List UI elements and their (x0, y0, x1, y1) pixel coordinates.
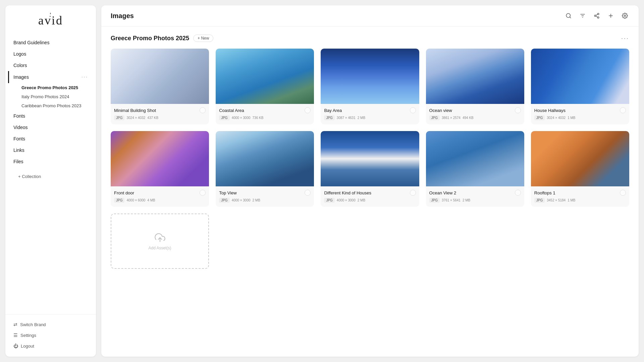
image-card-5[interactable]: House Hallways JPG 3024 × 4032 1 MB (531, 49, 629, 124)
image-size: 2 MB (463, 198, 470, 202)
card-meta: JPG 4000 × 3000 736 KB (219, 115, 311, 120)
image-card-6[interactable]: Front door JPG 4000 × 6000 4 MB (111, 131, 209, 207)
image-dimensions: 3861 × 2574 (442, 116, 461, 120)
image-select-checkbox[interactable] (410, 107, 416, 113)
add-button[interactable] (606, 11, 615, 20)
sidebar-item-logos[interactable]: Logos (8, 48, 93, 60)
image-card-1[interactable]: Minimal Building Shot JPG 3024 × 4032 43… (111, 49, 209, 124)
filter-button[interactable] (578, 11, 587, 20)
card-meta: JPG 3087 × 4631 2 MB (324, 115, 416, 120)
image-dimensions: 4000 × 3000 (337, 198, 356, 202)
image-size: 2 MB (358, 116, 365, 120)
card-title-row: Ocean View 2 (429, 190, 521, 196)
image-card-4[interactable]: Ocean view JPG 3861 × 2574 494 KB (426, 49, 524, 124)
share-icon (594, 13, 600, 19)
image-select-checkbox[interactable] (620, 190, 626, 196)
image-title: Different Kind of Houses (324, 190, 410, 195)
card-meta: JPG 3024 × 4032 1 MB (534, 115, 626, 120)
sidebar-item-greece[interactable]: Greece Promo Photos 2025 (16, 83, 93, 92)
card-title-row: Different Kind of Houses (324, 190, 416, 196)
image-title: House Hallways (534, 108, 620, 113)
switch-brand-icon: ⇄ (13, 322, 17, 327)
card-meta: JPG 3861 × 2574 494 KB (429, 115, 521, 120)
image-select-checkbox[interactable] (200, 107, 206, 113)
image-card-10[interactable]: Rooftops 1 JPG 3452 × 5184 1 MB (531, 131, 629, 207)
image-thumbnail (111, 49, 209, 104)
image-title: Minimal Building Shot (114, 108, 200, 113)
image-format-badge: JPG (114, 115, 124, 120)
share-button[interactable] (592, 11, 601, 20)
upload-placeholder[interactable]: Add Asset(s) (111, 214, 209, 269)
card-title-row: Rooftops 1 (534, 190, 626, 196)
image-title: Rooftops 1 (534, 190, 620, 195)
card-title-row: Coastal Area (219, 107, 311, 113)
image-size: 437 KB (147, 116, 158, 120)
image-select-checkbox[interactable] (620, 107, 626, 113)
images-more-icon[interactable]: ··· (82, 74, 88, 80)
image-select-checkbox[interactable] (410, 190, 416, 196)
image-title: Bay Area (324, 108, 410, 113)
switch-brand-button[interactable]: ⇄ Switch Brand (8, 319, 93, 330)
card-title-row: House Hallways (534, 107, 626, 113)
image-card-3[interactable]: Bay Area JPG 3087 × 4631 2 MB (321, 49, 419, 124)
add-collection-button[interactable]: + Collection (13, 171, 46, 182)
image-dimensions: 4000 × 3000 (232, 198, 251, 202)
upload-label: Add Asset(s) (149, 246, 171, 250)
sidebar-item-caribbean[interactable]: Caribbean Promo Photos 2023 (16, 101, 93, 110)
image-format-badge: JPG (429, 198, 440, 203)
sidebar-item-links[interactable]: Links (8, 144, 93, 156)
sidebar-item-files[interactable]: Files (8, 156, 93, 167)
image-select-checkbox[interactable] (515, 190, 521, 196)
card-info: Rooftops 1 JPG 3452 × 5184 1 MB (531, 186, 629, 207)
image-select-checkbox[interactable] (305, 190, 311, 196)
card-title-row: Front door (114, 190, 206, 196)
image-select-checkbox[interactable] (200, 190, 206, 196)
card-title-row: Minimal Building Shot (114, 107, 206, 113)
svg-line-8 (596, 16, 597, 17)
sidebar-item-images[interactable]: Images ··· (8, 71, 93, 83)
image-card-7[interactable]: Top View JPG 4000 × 3000 2 MB (216, 131, 314, 207)
sidebar-item-videos[interactable]: Videos (8, 122, 93, 133)
collection-name: Greece Promo Photos 2025 (111, 35, 189, 42)
image-thumbnail (321, 131, 419, 186)
sidebar-item-italy[interactable]: Italy Promo Photos 2024 (16, 92, 93, 101)
sidebar-item-fonts-1[interactable]: Fonts (8, 110, 93, 122)
upload-icon (155, 232, 165, 243)
card-info: Ocean view JPG 3861 × 2574 494 KB (426, 104, 524, 124)
svg-line-1 (570, 17, 571, 18)
card-meta: JPG 4000 × 3000 2 MB (219, 198, 311, 203)
page-title: Images (111, 12, 134, 20)
image-grid: Minimal Building Shot JPG 3024 × 4032 43… (111, 49, 629, 207)
new-button[interactable]: + New (193, 35, 213, 42)
search-button[interactable] (564, 11, 573, 20)
logo-text: · avid (38, 13, 63, 27)
logout-button[interactable]: ⏻ Logout (8, 341, 93, 351)
settings-button[interactable]: ☰ Settings (8, 330, 93, 341)
card-meta: JPG 3452 × 5184 1 MB (534, 198, 626, 203)
settings-header-button[interactable] (621, 11, 629, 20)
image-thumbnail (426, 49, 524, 104)
sidebar-item-fonts-2[interactable]: Fonts (8, 133, 93, 144)
image-thumbnail (531, 49, 629, 104)
image-format-badge: JPG (534, 115, 545, 120)
upload-drop-zone[interactable]: Add Asset(s) (111, 214, 209, 269)
sidebar-item-colors[interactable]: Colors (8, 60, 93, 71)
image-card-8[interactable]: Different Kind of Houses JPG 4000 × 3000… (321, 131, 419, 207)
main-header: Images (101, 5, 639, 26)
image-format-badge: JPG (219, 198, 229, 203)
collection-title-row: Greece Promo Photos 2025 + New (111, 35, 213, 42)
image-select-checkbox[interactable] (305, 107, 311, 113)
image-thumbnail (426, 131, 524, 186)
card-info: Front door JPG 4000 × 6000 4 MB (111, 186, 209, 207)
image-dimensions: 3761 × 5641 (442, 198, 461, 202)
image-title: Ocean view (429, 108, 515, 113)
image-select-checkbox[interactable] (515, 107, 521, 113)
image-dimensions: 3087 × 4631 (337, 116, 356, 120)
collection-more-button[interactable]: ··· (621, 35, 629, 42)
sidebar-item-brand-guidelines[interactable]: Brand Guidelines (8, 37, 93, 48)
search-icon (566, 13, 572, 19)
image-card-9[interactable]: Ocean View 2 JPG 3761 × 5641 2 MB (426, 131, 524, 207)
image-card-2[interactable]: Coastal Area JPG 4000 × 3000 736 KB (216, 49, 314, 124)
card-info: Minimal Building Shot JPG 3024 × 4032 43… (111, 104, 209, 124)
card-info: Bay Area JPG 3087 × 4631 2 MB (321, 104, 419, 124)
